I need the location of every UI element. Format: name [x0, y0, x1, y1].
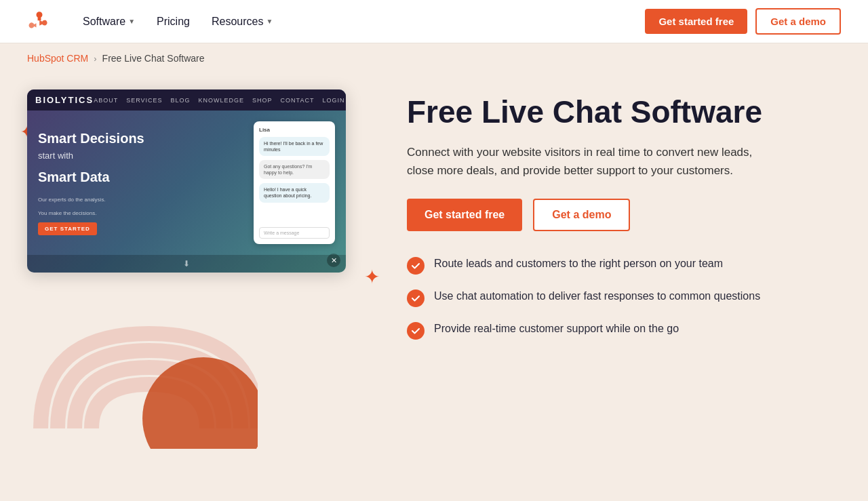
nav-links: Software ▼ Pricing Resources ▼	[73, 10, 645, 33]
sparkle-icon-tr: ✦	[364, 266, 380, 288]
screenshot-subheadline: start with	[38, 151, 245, 161]
hubspot-logo[interactable]	[27, 9, 52, 34]
screenshot-cta-btn[interactable]: GET STARTED	[38, 222, 97, 235]
nav-get-demo-button[interactable]: Get a demo	[755, 8, 841, 35]
screenshot-tagline2: You make the decisions.	[38, 209, 245, 217]
screenshot-body: Smart Decisions start with Smart Data Ou…	[27, 111, 346, 255]
screenshot-close-button[interactable]: ✕	[327, 254, 340, 267]
hero-cta-group: Get started free Get a demo	[407, 199, 841, 231]
feature-text-3: Provide real-time customer support while…	[434, 321, 679, 337]
feature-text-2: Use chat automation to deliver fast resp…	[434, 288, 760, 304]
hero-get-demo-button[interactable]: Get a demo	[533, 199, 630, 231]
screenshot-tagline: Our experts do the analysis.	[38, 196, 245, 203]
check-icon-3	[407, 322, 425, 340]
check-icon-1	[407, 257, 425, 275]
chat-message-2: Got any questions? I'm happy to help.	[259, 160, 330, 179]
chevron-down-icon: ▼	[128, 18, 135, 25]
chat-agent-name: Lisa	[259, 127, 330, 133]
main-content: ✦ ✦ ✦ BIOLYTICS ABOUT SERVICES BLOG KNOW…	[0, 73, 868, 456]
product-screenshot: BIOLYTICS ABOUT SERVICES BLOG KNOWLEDGE …	[27, 89, 346, 273]
nav-resources[interactable]: Resources ▼	[202, 10, 282, 33]
chevron-down-icon: ▼	[266, 18, 273, 25]
screenshot-hero-text: Smart Decisions start with Smart Data Ou…	[38, 121, 245, 244]
rainbow-decoration	[27, 293, 244, 428]
feature-item-1: Route leads and customers to the right p…	[407, 256, 841, 275]
screenshot-headline: Smart Decisions	[38, 130, 245, 146]
screenshot-chat-widget: Lisa Hi there! I'll be back in a few min…	[254, 121, 335, 244]
chat-message-1: Hi there! I'll be back in a few minutes	[259, 137, 330, 156]
left-column: ✦ ✦ ✦ BIOLYTICS ABOUT SERVICES BLOG KNOW…	[27, 89, 366, 428]
feature-item-2: Use chat automation to deliver fast resp…	[407, 288, 841, 307]
feature-text-1: Route leads and customers to the right p…	[434, 256, 723, 272]
download-icon: ⬇	[183, 259, 190, 268]
breadcrumb-separator: ›	[94, 54, 96, 64]
page-title: Free Live Chat Software	[407, 95, 841, 129]
feature-item-3: Provide real-time customer support while…	[407, 321, 841, 340]
nav-pricing[interactable]: Pricing	[147, 10, 199, 33]
chat-input[interactable]: Write a message	[259, 227, 330, 239]
breadcrumb-parent-link[interactable]: HubSpot CRM	[27, 53, 88, 64]
nav-software[interactable]: Software ▼	[73, 10, 144, 33]
check-icon-2	[407, 289, 425, 307]
right-column: Free Live Chat Software Connect with you…	[407, 89, 841, 340]
screenshot-nav: ABOUT SERVICES BLOG KNOWLEDGE SHOP CONTA…	[94, 97, 344, 104]
breadcrumb-current: Free Live Chat Software	[102, 53, 205, 64]
nav-cta-group: Get started free Get a demo	[645, 8, 841, 35]
page-description: Connect with your website visitors in re…	[407, 143, 773, 180]
feature-list: Route leads and customers to the right p…	[407, 256, 841, 340]
screenshot-headline2: Smart Data	[38, 169, 245, 185]
screenshot-topbar: BIOLYTICS ABOUT SERVICES BLOG KNOWLEDGE …	[27, 89, 346, 111]
screenshot-brand: BIOLYTICS	[35, 95, 94, 105]
screenshot-footer: ⬇	[27, 255, 346, 273]
chat-message-3: Hello! I have a quick question about pri…	[259, 183, 330, 202]
hero-get-started-button[interactable]: Get started free	[407, 199, 522, 231]
breadcrumb: HubSpot CRM › Free Live Chat Software	[0, 43, 868, 73]
nav-get-started-button[interactable]: Get started free	[645, 9, 747, 34]
navbar: Software ▼ Pricing Resources ▼ Get start…	[0, 0, 868, 43]
